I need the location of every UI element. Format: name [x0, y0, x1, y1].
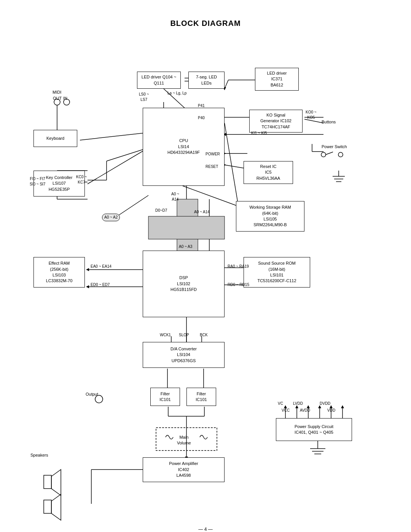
output-label: Output [86, 391, 98, 397]
kc0-kc7-label: KC0 ~KC7 [76, 174, 87, 185]
avdd-label: AVDD [300, 408, 310, 413]
reset-label: RESET [206, 164, 218, 169]
lvdd-label: LVDD [293, 401, 303, 406]
svg-rect-94 [44, 475, 51, 489]
svg-point-98 [321, 152, 326, 157]
svg-line-21 [80, 133, 148, 140]
ki1-ki5-label: KI1 ~ KI5 [251, 131, 267, 136]
block-diagram: LED driver Q104 ~ Q111 7-seg. LEDLEDs LE… [8, 35, 403, 523]
ed0-ed7-label: ED0 ~ ED7 [91, 282, 110, 288]
midi-label: MIDI [53, 89, 61, 95]
svg-line-27 [183, 186, 240, 207]
sound-rom-box: Sound Source ROM(16M-bit)LSI101TC5316200… [244, 257, 310, 288]
midi-in-label: IN [63, 96, 67, 101]
power-amplifier-box: Power AmplifierIC402LA4598 [143, 457, 225, 482]
svg-line-25 [225, 123, 240, 214]
led-driver-right-box: LED driverIC371BA612 [255, 68, 299, 91]
speakers-label: Speakers [30, 452, 48, 458]
svg-rect-93 [148, 216, 225, 239]
dsp-box: DSPLSI102HG51B115FD [143, 251, 225, 317]
page: BLOCK DIAGRAM [0, 0, 411, 532]
svg-line-31 [114, 195, 148, 218]
main-volume-label: MainVolume [177, 435, 191, 446]
svg-marker-74 [341, 405, 344, 408]
svg-line-90 [107, 148, 148, 161]
svg-point-100 [338, 152, 343, 157]
reset-ic-box: Reset ICIC5RH5VL36AA [244, 161, 293, 184]
rd0-rd15-label: RD0 ~ RD15 [228, 282, 249, 288]
seg-led-box: 7-seg. LEDLEDs [188, 72, 225, 89]
vcc-label: VCC [282, 408, 290, 413]
slop-label: SLOP [179, 332, 189, 338]
dvdd-label: DVDD [320, 401, 330, 406]
svg-marker-95 [51, 470, 61, 495]
wck1-label: WCK1 [160, 332, 171, 338]
page-number: — 4 — [8, 527, 403, 532]
ls0-ls7-label: LS0 ~LS7 [139, 92, 149, 102]
a0-a3-label: A0 ~ A3 [179, 244, 192, 249]
a0-a2-label: A0 ~ A2 [102, 214, 120, 221]
keyboard-box: Keyboard [33, 130, 77, 147]
a0-a14-label-mid: A0 ~ A14 [194, 209, 210, 215]
svg-marker-97 [51, 494, 61, 520]
cpu-box: CPULSI14HD6433294A19F [143, 108, 225, 186]
buttons-label: Buttons [322, 119, 336, 125]
power-supply-box: Power Supply CircuitIC401, Q401 ~ Q405 [276, 418, 352, 441]
ko0-ko5-label: KO0 ~KO5 [306, 110, 317, 120]
a0-a14-label-top: A0 ~A14 [171, 192, 179, 202]
da-converter-box: D/A ConverterLSI104UPD6376GS [143, 342, 225, 368]
led-driver-left-box: LED driver Q104 ~ Q111 [137, 72, 181, 89]
midi-out-label: OUT [53, 96, 62, 101]
svg-line-23 [88, 148, 148, 184]
ko-signal-box: KO SignalGenerator IC102TC74HC174AF [249, 110, 303, 133]
d0-d7-label: D0~D7 [155, 208, 167, 213]
working-ram-box: Working Storage RAM(64K-bit)LSI105SRM226… [236, 201, 304, 232]
power-label: POWER [206, 152, 220, 157]
filter-right-box: FilterIC101 [186, 388, 216, 406]
p41-label: P41 [198, 103, 205, 109]
effect-ram-box: Effect RAM(256K-bit)LSI103LC33832M-70 [33, 257, 85, 288]
svg-marker-35 [86, 285, 89, 288]
bck-label: BCK [200, 332, 208, 338]
la-lg-lp-label: La ~ Lg, Lp [167, 91, 186, 96]
vdd-label: VDD [327, 408, 335, 413]
fi0-fi7-label: FI0 ~ FI7SI0 ~ SI7 [30, 176, 45, 187]
ea0-ea14-label: EA0 ~ EA14 [91, 264, 112, 269]
vc-label: VC [278, 401, 283, 406]
ra0-ra19-label: RA0 ~ RA19 [228, 264, 249, 269]
svg-line-99 [326, 152, 333, 155]
svg-line-4 [225, 80, 228, 89]
page-title: BLOCK DIAGRAM [8, 8, 403, 28]
filter-left-box: FilterIC101 [150, 388, 180, 406]
svg-marker-33 [86, 268, 89, 271]
svg-rect-96 [44, 500, 51, 513]
p40-label: P40 [198, 115, 205, 121]
